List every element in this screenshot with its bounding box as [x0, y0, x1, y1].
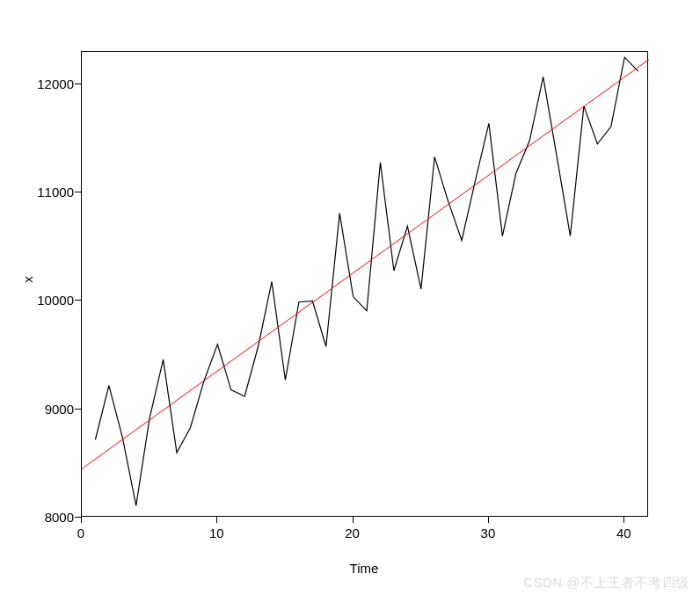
- x-tick-mark: [216, 517, 217, 523]
- x-tick-mark: [353, 517, 354, 523]
- x-axis-label: Time: [350, 561, 379, 576]
- data-line: [95, 57, 638, 505]
- y-tick-label: 10000: [37, 293, 74, 308]
- x-tick-mark: [488, 517, 489, 523]
- x-tick-label: 30: [481, 526, 496, 540]
- y-tick-mark: [75, 83, 81, 84]
- y-tick-mark: [75, 409, 81, 410]
- y-tick-label: 11000: [37, 185, 74, 199]
- trend-line: [82, 60, 649, 469]
- chart-container: x Time 80009000100001100012000 010203040…: [0, 0, 700, 602]
- plot-area: [81, 51, 648, 517]
- x-tick-label: 20: [345, 526, 360, 540]
- y-tick-label: 8000: [45, 510, 74, 525]
- x-tick-mark: [81, 517, 82, 523]
- y-axis-label: x: [20, 276, 35, 283]
- y-tick-mark: [75, 300, 81, 301]
- y-tick-label: 12000: [37, 76, 74, 91]
- chart-svg: [82, 52, 649, 518]
- y-tick-label: 9000: [45, 401, 74, 416]
- x-tick-label: 10: [209, 526, 224, 540]
- x-tick-mark: [623, 517, 624, 523]
- y-tick-mark: [75, 192, 81, 192]
- x-tick-label: 40: [616, 526, 631, 540]
- watermark-text: CSDN @不上王者不考四级: [523, 575, 689, 591]
- x-tick-label: 0: [77, 526, 84, 540]
- y-tick-mark: [75, 517, 81, 518]
